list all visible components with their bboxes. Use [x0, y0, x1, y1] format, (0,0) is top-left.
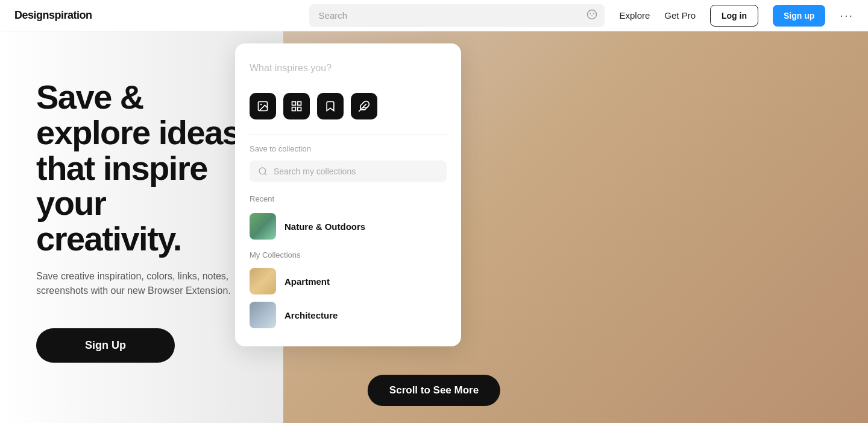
architecture-thumb: [250, 302, 276, 328]
header: Designspiration Explore Get Pro Log in S…: [0, 0, 868, 31]
main-content: Save & explore ideas that inspire your c…: [0, 31, 868, 423]
logo: Designspiration: [14, 9, 92, 22]
pen-icon-btn[interactable]: [351, 93, 377, 119]
svg-rect-6: [292, 102, 296, 106]
scroll-to-see-more-button[interactable]: Scroll to See More: [368, 375, 500, 406]
login-button[interactable]: Log in: [710, 5, 758, 27]
recent-collection-item[interactable]: Nature & Outdoors: [250, 209, 447, 243]
grid-icon-btn[interactable]: [283, 93, 310, 119]
save-to-collection-label: Save to collection: [250, 144, 447, 153]
nature-thumb: [250, 213, 276, 240]
svg-rect-8: [298, 107, 301, 111]
svg-rect-9: [292, 107, 296, 111]
image-icon-btn[interactable]: [250, 93, 276, 119]
search-bar: [309, 4, 605, 27]
svg-point-1: [590, 13, 591, 14]
collection-search: [250, 161, 447, 182]
search-icon[interactable]: [587, 9, 597, 22]
hero-title: Save & explore ideas that inspire your c…: [36, 80, 247, 257]
apartment-collection-item[interactable]: Apartment: [250, 264, 447, 298]
svg-point-0: [588, 10, 597, 19]
more-options-button[interactable]: ···: [840, 8, 854, 22]
collection-search-icon: [258, 167, 268, 176]
header-nav: Explore Get Pro Log in Sign up ···: [619, 5, 854, 27]
svg-point-5: [260, 104, 262, 106]
icon-row: [250, 88, 447, 119]
svg-point-12: [259, 168, 266, 174]
apartment-collection-name: Apartment: [285, 276, 330, 287]
search-input[interactable]: [309, 4, 605, 27]
my-collections-label: My Collections: [250, 250, 447, 259]
panel-search-input[interactable]: [250, 58, 447, 78]
svg-point-3: [592, 15, 593, 16]
divider-1: [250, 134, 447, 135]
collection-search-input[interactable]: [274, 167, 438, 176]
hero-subtitle: Save creative inspiration, colors, links…: [36, 269, 247, 298]
apartment-thumb: [250, 268, 276, 294]
recent-label: Recent: [250, 194, 447, 203]
svg-rect-7: [298, 102, 301, 106]
explore-link[interactable]: Explore: [619, 10, 650, 21]
get-pro-link[interactable]: Get Pro: [664, 10, 696, 21]
signup-nav-button[interactable]: Sign up: [773, 5, 825, 27]
signup-hero-button[interactable]: Sign Up: [36, 328, 175, 363]
collection-panel: Save to collection Recent Nature & Outdo…: [235, 43, 461, 346]
nature-collection-name: Nature & Outdoors: [285, 221, 365, 232]
bookmark-icon-btn[interactable]: [317, 93, 344, 119]
architecture-collection-name: Architecture: [285, 310, 338, 320]
svg-line-13: [265, 173, 266, 175]
architecture-collection-item[interactable]: Architecture: [250, 298, 447, 332]
svg-point-2: [593, 13, 594, 14]
